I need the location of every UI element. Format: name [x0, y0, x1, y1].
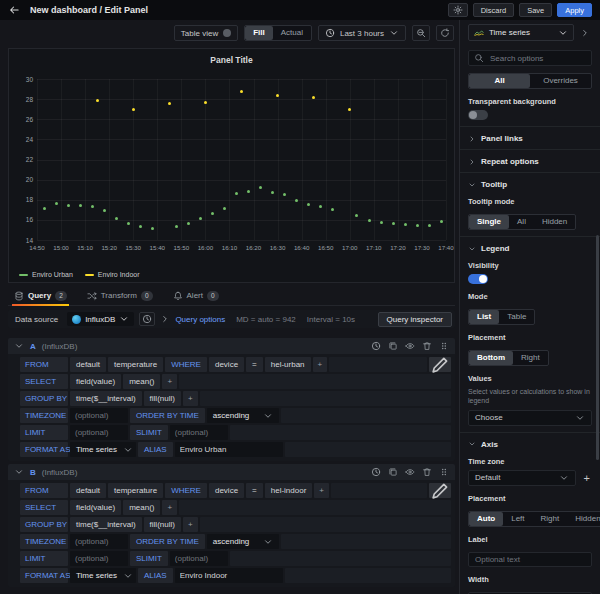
query-header-a[interactable]: A(InfluxDB) — [8, 338, 455, 354]
legend-item[interactable]: Enviro Indoor — [85, 271, 140, 278]
tooltip-section-header[interactable]: Tooltip — [468, 180, 592, 189]
tooltip-mode-option-all[interactable]: All — [509, 215, 534, 229]
toggle-options-pane-button[interactable] — [578, 24, 592, 41]
datasource-picker[interactable]: InfluxDB — [67, 312, 134, 326]
value-chip-time-interval-[interactable]: time($__interval) — [70, 391, 142, 406]
back-icon[interactable] — [8, 4, 20, 16]
legend-item[interactable]: Enviro Urban — [19, 271, 73, 278]
keyword-chip-select[interactable]: SELECT — [20, 500, 68, 515]
legend-mode-option-table[interactable]: Table — [499, 310, 534, 324]
keyword-chip-limit[interactable]: LIMIT — [20, 551, 68, 566]
axis-placement-option-left[interactable]: Left — [503, 512, 532, 526]
history-icon[interactable] — [371, 467, 381, 477]
value-chip-field-value-[interactable]: field(value) — [70, 500, 121, 515]
edit-query-pencil-icon[interactable] — [429, 483, 451, 498]
keyword-chip-slimit[interactable]: SLIMIT — [130, 551, 168, 566]
query-select-ascending[interactable]: ascending — [207, 408, 279, 423]
value-chip-default[interactable]: default — [70, 483, 106, 498]
legend-series-label[interactable]: Enviro Urban — [32, 271, 73, 278]
value-chip-device[interactable]: device — [209, 483, 244, 498]
options-filter-option-overrides[interactable]: Overrides — [530, 74, 591, 88]
drag-handle-icon[interactable] — [439, 467, 449, 477]
keyword-chip-from[interactable]: FROM — [20, 483, 68, 498]
legend-values-select[interactable]: Choose — [468, 410, 592, 426]
edit-query-pencil-icon[interactable] — [429, 357, 451, 372]
save-button[interactable]: Save — [519, 3, 552, 17]
value-chip-mean-[interactable]: mean() — [123, 374, 160, 389]
delete-query-icon[interactable] — [422, 467, 432, 477]
keyword-chip-alias[interactable]: ALIAS — [138, 442, 173, 457]
value-chip-device[interactable]: device — [209, 357, 244, 372]
query-ref-label[interactable]: B — [30, 468, 36, 477]
axis-placement-option-right[interactable]: Right — [533, 512, 568, 526]
query-optional-input[interactable] — [70, 551, 128, 566]
keyword-chip-group-by[interactable]: GROUP BY — [20, 517, 68, 532]
keyword-chip-format-as[interactable]: FORMAT AS — [20, 442, 68, 457]
zoom-out-time-button[interactable] — [412, 25, 430, 41]
value-chip--[interactable]: = — [246, 357, 263, 372]
delete-query-icon[interactable] — [422, 341, 432, 351]
duplicate-query-icon[interactable] — [388, 467, 398, 477]
query-optional-input[interactable] — [70, 425, 128, 440]
query-history-button[interactable] — [139, 312, 155, 326]
query-select-ascending[interactable]: ascending — [207, 534, 279, 549]
fit-mode-option-actual[interactable]: Actual — [273, 26, 311, 40]
value-chip-temperature[interactable]: temperature — [108, 357, 163, 372]
hide-query-icon[interactable] — [405, 467, 415, 477]
chart-plot-area[interactable]: 30282624222018161414:5015:0015:1015:2015… — [37, 79, 446, 240]
value-chip-default[interactable]: default — [70, 357, 106, 372]
query-optional-input[interactable] — [70, 534, 128, 549]
visualization-picker[interactable]: Time series — [468, 24, 574, 41]
apply-button[interactable]: Apply — [557, 3, 592, 17]
hide-query-icon[interactable] — [405, 341, 415, 351]
history-icon[interactable] — [371, 341, 381, 351]
keyword-chip-order-by-time[interactable]: ORDER BY TIME — [130, 408, 205, 423]
tab-query[interactable]: Query2 — [12, 286, 69, 305]
chevron-down-icon[interactable] — [14, 341, 24, 351]
query-select-time-series[interactable]: Time series — [70, 442, 136, 457]
add-segment-chip[interactable]: + — [183, 391, 198, 406]
value-chip-fill-null-[interactable]: fill(null) — [144, 517, 181, 532]
keyword-chip-format-as[interactable]: FORMAT AS — [20, 568, 68, 583]
keyword-chip-order-by-time[interactable]: ORDER BY TIME — [130, 534, 205, 549]
tooltip-mode-option-hidden[interactable]: Hidden — [534, 215, 575, 229]
panel-links-section[interactable]: Panel links — [468, 134, 592, 143]
duplicate-query-icon[interactable] — [388, 341, 398, 351]
legend-series-label[interactable]: Enviro Indoor — [98, 271, 140, 278]
value-chip-hel-indoor[interactable]: hel-indoor — [265, 483, 313, 498]
add-segment-chip[interactable]: + — [183, 517, 198, 532]
axis-label-input[interactable] — [468, 552, 592, 567]
axis-placement-option-hidden[interactable]: Hidden — [567, 512, 600, 526]
time-range-picker[interactable]: Last 3 hours — [318, 25, 406, 41]
add-segment-chip[interactable]: + — [162, 374, 177, 389]
keyword-chip-limit[interactable]: LIMIT — [20, 425, 68, 440]
refresh-button[interactable] — [436, 25, 454, 41]
query-ref-label[interactable]: A — [30, 342, 36, 351]
tab-alert[interactable]: Alert0 — [171, 286, 221, 305]
alias-input[interactable] — [175, 442, 283, 457]
alias-input[interactable] — [175, 568, 283, 583]
keyword-chip-alias[interactable]: ALIAS — [138, 568, 173, 583]
query-optional-input[interactable] — [170, 551, 228, 566]
keyword-chip-timezone[interactable]: TIMEZONE — [20, 408, 68, 423]
chevron-down-icon[interactable] — [14, 467, 24, 477]
keyword-chip-group-by[interactable]: GROUP BY — [20, 391, 68, 406]
value-chip-temperature[interactable]: temperature — [108, 483, 163, 498]
keyword-chip-select[interactable]: SELECT — [20, 374, 68, 389]
legend-placement-option-right[interactable]: Right — [513, 351, 548, 365]
keyword-chip-slimit[interactable]: SLIMIT — [130, 425, 168, 440]
query-inspector-button[interactable]: Query inspector — [378, 312, 452, 327]
legend-mode-option-list[interactable]: List — [469, 310, 499, 324]
tab-transform[interactable]: Transform0 — [85, 286, 155, 305]
fit-mode-option-fill[interactable]: Fill — [245, 26, 273, 40]
query-optional-input[interactable] — [70, 408, 128, 423]
value-chip-fill-null-[interactable]: fill(null) — [144, 391, 181, 406]
transparent-background-toggle[interactable] — [468, 110, 488, 120]
value-chip-field-value-[interactable]: field(value) — [70, 374, 121, 389]
value-chip--[interactable]: = — [246, 483, 263, 498]
add-segment-chip[interactable]: + — [162, 500, 177, 515]
add-segment-chip[interactable]: + — [313, 357, 328, 372]
value-chip-time-interval-[interactable]: time($__interval) — [70, 517, 142, 532]
keyword-chip-where[interactable]: WHERE — [165, 357, 207, 372]
repeat-options-section[interactable]: Repeat options — [468, 157, 592, 166]
